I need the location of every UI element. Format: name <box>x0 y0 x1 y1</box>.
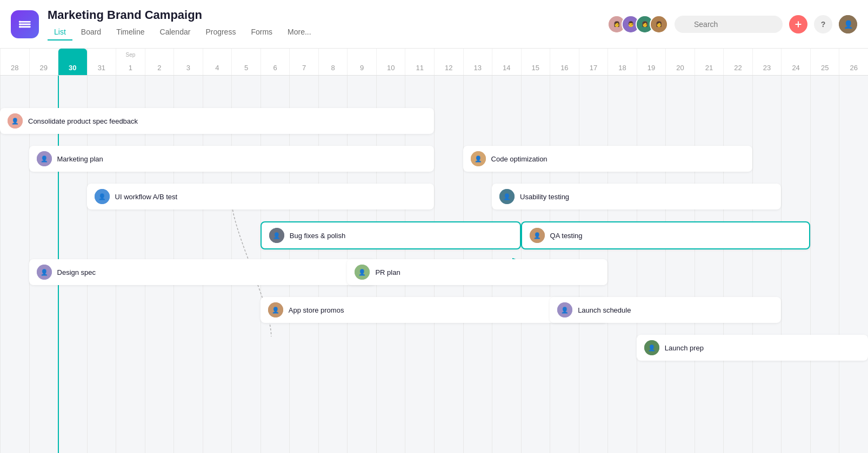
date-col-25: 25 <box>810 49 839 75</box>
search-input[interactable] <box>675 16 783 33</box>
date-col-22: 22 <box>723 49 752 75</box>
date-col-18: 18 <box>607 49 637 75</box>
tab-list[interactable]: List <box>48 24 72 40</box>
task-label: QA testing <box>550 232 583 240</box>
tab-board[interactable]: Board <box>75 24 108 40</box>
avatar-4[interactable]: 👩 <box>650 15 668 33</box>
task-label: Code optimization <box>491 155 547 163</box>
date-col-31: 31 <box>87 49 116 75</box>
task-card-design-spec[interactable]: 👤Design spec <box>29 259 376 285</box>
task-label: UI workflow A/B test <box>115 193 178 201</box>
task-avatar: 👤 <box>644 340 659 355</box>
task-avatar: 👤 <box>355 265 370 280</box>
date-col-16: 16 <box>550 49 579 75</box>
date-col-4: 4 <box>203 49 232 75</box>
date-col-3: 3 <box>173 49 203 75</box>
date-col-21: 21 <box>695 49 724 75</box>
date-col-6: 6 <box>261 49 290 75</box>
task-label: Consolidate product spec feedback <box>28 117 138 125</box>
tab-more[interactable]: More... <box>281 24 318 40</box>
task-avatar: 👤 <box>95 189 110 204</box>
project-title: Marketing Brand Campaign <box>48 8 599 22</box>
task-label: Bug fixes & polish <box>290 232 345 240</box>
task-avatar: 👤 <box>268 302 283 317</box>
date-col-17: 17 <box>579 49 608 75</box>
task-label: Launch schedule <box>578 306 631 314</box>
tab-calendar[interactable]: Calendar <box>153 24 197 40</box>
date-col-1: Sep1 <box>116 49 145 75</box>
task-card-pr-plan[interactable]: 👤PR plan <box>347 259 607 285</box>
app-container: Marketing Brand Campaign List Board Time… <box>0 0 868 453</box>
date-col-20: 20 <box>665 49 695 75</box>
timeline-container: 28293031Sep12345678910111213141516171819… <box>0 49 868 453</box>
task-card-code-opt[interactable]: 👤Code optimization <box>463 146 752 172</box>
header-right: 👩 👨 👩 👩 ? 👤 <box>607 15 857 33</box>
date-col-13: 13 <box>463 49 492 75</box>
search-wrapper <box>675 16 783 33</box>
task-avatar: 👤 <box>557 302 572 317</box>
task-label: Launch prep <box>665 344 704 352</box>
date-col-15: 15 <box>521 49 550 75</box>
tab-timeline[interactable]: Timeline <box>110 24 151 40</box>
task-avatar: 👤 <box>37 265 52 280</box>
date-col-14: 14 <box>492 49 521 75</box>
date-col-26: 26 <box>839 49 868 75</box>
header: Marketing Brand Campaign List Board Time… <box>0 0 868 49</box>
plus-icon <box>794 20 803 29</box>
task-card-bug-fixes[interactable]: 👤Bug fixes & polish <box>261 221 521 249</box>
task-label: Design spec <box>57 268 96 276</box>
date-col-23: 23 <box>752 49 782 75</box>
task-card-consolidate[interactable]: 👤Consolidate product spec feedback <box>0 108 434 134</box>
task-card-marketing-plan[interactable]: 👤Marketing plan <box>29 146 434 172</box>
task-card-usability[interactable]: 👤Usability testing <box>492 184 781 209</box>
nav-tabs: List Board Timeline Calendar Progress Fo… <box>48 24 599 40</box>
task-card-launch-schedule[interactable]: 👤Launch schedule <box>550 297 781 323</box>
date-col-11: 11 <box>405 49 434 75</box>
date-ruler: 28293031Sep12345678910111213141516171819… <box>0 49 868 76</box>
task-card-launch-prep[interactable]: 👤Launch prep <box>637 335 868 361</box>
date-col-8: 8 <box>318 49 348 75</box>
date-col-9: 9 <box>347 49 376 75</box>
task-label: PR plan <box>375 268 400 276</box>
date-col-19: 19 <box>637 49 666 75</box>
tab-progress[interactable]: Progress <box>199 24 242 40</box>
task-label: Usability testing <box>520 193 569 201</box>
user-avatar[interactable]: 👤 <box>839 15 857 33</box>
date-col-28: 28 <box>0 49 29 75</box>
svg-point-3 <box>19 21 21 23</box>
task-avatar: 👤 <box>37 151 52 166</box>
task-avatar: 👤 <box>269 228 284 243</box>
date-col-12: 12 <box>434 49 463 75</box>
task-avatar: 👤 <box>471 151 486 166</box>
task-avatar: 👤 <box>530 228 545 243</box>
header-center: Marketing Brand Campaign List Board Time… <box>48 8 599 40</box>
date-col-24: 24 <box>781 49 810 75</box>
team-avatars: 👩 👨 👩 👩 <box>607 15 668 33</box>
task-label: Marketing plan <box>57 155 103 163</box>
grid-area: 👤Consolidate product spec feedback👤Marke… <box>0 76 868 453</box>
task-label: App store promos <box>289 306 344 314</box>
date-col-7: 7 <box>289 49 318 75</box>
date-col-2: 2 <box>145 49 174 75</box>
svg-point-5 <box>19 25 21 28</box>
app-icon[interactable] <box>11 10 39 38</box>
date-col-10: 10 <box>376 49 405 75</box>
task-avatar: 👤 <box>499 189 515 204</box>
date-col-29: 29 <box>29 49 58 75</box>
task-card-qa-testing[interactable]: 👤QA testing <box>521 221 810 249</box>
date-col-5: 5 <box>231 49 261 75</box>
help-button[interactable]: ? <box>814 15 832 33</box>
task-avatar: 👤 <box>8 113 23 129</box>
task-card-ui-workflow[interactable]: 👤UI workflow A/B test <box>87 184 434 209</box>
add-button[interactable] <box>789 15 807 33</box>
tab-forms[interactable]: Forms <box>244 24 279 40</box>
date-col-30: 30 <box>58 49 87 75</box>
svg-point-4 <box>19 23 21 25</box>
